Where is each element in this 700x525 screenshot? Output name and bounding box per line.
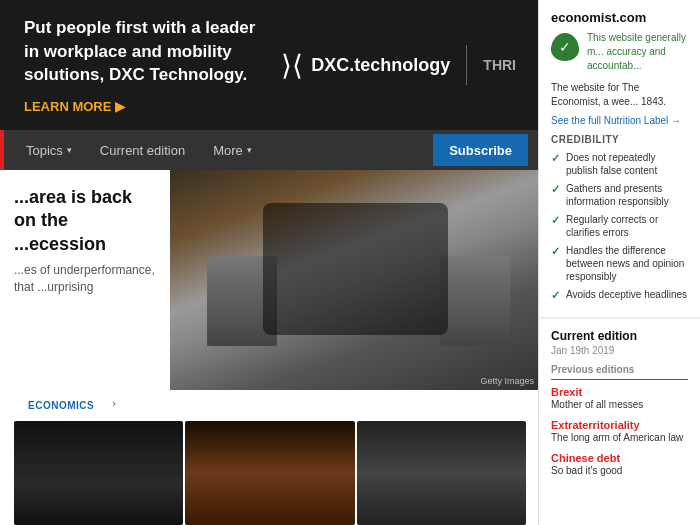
hero-subheadline: ...es of underperformance, that ...urpri…: [14, 262, 156, 296]
edition-brexit-desc: Mother of all messes: [551, 398, 688, 411]
credibility-items: ✓ Does not repeatedly publish false cont…: [551, 151, 688, 302]
edition-item-brexit[interactable]: Brexit Mother of all messes: [551, 386, 688, 411]
cred-item-2: ✓ Gathers and presents information respo…: [551, 182, 688, 208]
cred-site-name: economist.com: [551, 10, 688, 25]
credibility-popup: economist.com ✓ This website generally m…: [539, 0, 700, 318]
thumbnail-3[interactable]: [357, 421, 526, 525]
current-edition-title: Current edition: [551, 329, 688, 343]
edition-extraterritoriality-name[interactable]: Extraterritoriality: [551, 419, 688, 431]
thumbnail-row: [0, 413, 540, 525]
worker-right-body: [440, 256, 510, 346]
edition-chinese-debt-name[interactable]: Chinese debt: [551, 452, 688, 464]
ad-logo-text: DXC.technology: [311, 55, 450, 76]
cred-green-bar: ✓ This website generally m... accuracy a…: [551, 31, 688, 73]
car-frame: [263, 203, 448, 335]
cred-green-text: This website generally m... accuracy and…: [587, 31, 688, 73]
nav-current-edition-label: Current edition: [100, 143, 185, 158]
cred-item-3: ✓ Regularly corrects or clarifies errors: [551, 213, 688, 239]
thumbnail-2[interactable]: [185, 421, 354, 525]
thumb-1-img: [14, 421, 183, 525]
ad-banner: Put people first with a leader in workpl…: [0, 0, 540, 130]
hero-headline: ...area is back on the ...ecession: [14, 186, 156, 256]
cred-item-text-1: Does not repeatedly publish false conten…: [566, 151, 688, 177]
hero-text: ...area is back on the ...ecession ...es…: [0, 170, 170, 390]
edition-extraterritoriality-desc: The long arm of American law: [551, 431, 688, 444]
cred-check-3: ✓: [551, 214, 560, 227]
main-content: ...area is back on the ...ecession ...es…: [0, 170, 540, 525]
current-edition-section: Current edition Jan 19th 2019 Previous e…: [539, 318, 700, 495]
cred-item-1: ✓ Does not repeatedly publish false cont…: [551, 151, 688, 177]
previous-editions-label: Previous editions: [551, 364, 688, 380]
cred-item-4: ✓ Handles the difference between news an…: [551, 244, 688, 283]
nav-more[interactable]: More ▾: [199, 130, 266, 170]
subscribe-button[interactable]: Subscribe: [433, 134, 528, 166]
cred-item-text-3: Regularly corrects or clarifies errors: [566, 213, 688, 239]
ad-logo-area: ⟩⟨ DXC.technology THRI: [281, 45, 516, 85]
ad-content: Put people first with a leader in workpl…: [24, 16, 274, 114]
thumbnail-1[interactable]: [14, 421, 183, 525]
ad-divider: [466, 45, 467, 85]
cred-item-text-5: Avoids deceptive headlines: [566, 288, 687, 301]
hero-article: ...area is back on the ...ecession ...es…: [0, 170, 540, 390]
nutrition-label-link[interactable]: See the full Nutrition Label →: [551, 115, 688, 126]
section-arrow: ›: [112, 397, 116, 409]
nav-topics-chevron: ▾: [67, 145, 72, 155]
hero-image-scene: Getty Images: [170, 170, 540, 390]
nav-more-label: More: [213, 143, 243, 158]
cred-item-5: ✓ Avoids deceptive headlines: [551, 288, 688, 302]
cred-item-text-4: Handles the difference between news and …: [566, 244, 688, 283]
side-panel: economist.com ✓ This website generally m…: [538, 0, 700, 525]
thumb-2-img: [185, 421, 354, 525]
ad-learn-more-link[interactable]: LEARN MORE ▶: [24, 99, 274, 114]
edition-chinese-debt-desc: So bad it's good: [551, 464, 688, 477]
edition-brexit-name[interactable]: Brexit: [551, 386, 688, 398]
edition-item-chinese-debt[interactable]: Chinese debt So bad it's good: [551, 452, 688, 477]
section-label-row: ECONOMICS ›: [0, 390, 540, 413]
green-check-mark: ✓: [559, 39, 571, 55]
cred-check-2: ✓: [551, 183, 560, 196]
ad-headline: Put people first with a leader in workpl…: [24, 16, 274, 87]
cred-item-text-2: Gathers and presents information respons…: [566, 182, 688, 208]
nav-topics-label: Topics: [26, 143, 63, 158]
cred-check-4: ✓: [551, 245, 560, 258]
green-shield-icon: ✓: [551, 33, 579, 61]
nav-more-chevron: ▾: [247, 145, 252, 155]
nav-red-bar: [0, 130, 4, 170]
navbar: Topics ▾ Current edition More ▾ Subscrib…: [0, 130, 540, 170]
hero-image: Getty Images: [170, 170, 540, 390]
nav-topics[interactable]: Topics ▾: [12, 130, 86, 170]
getty-label: Getty Images: [480, 376, 534, 386]
credibility-section-title: CREDIBILITY: [551, 134, 688, 145]
thumb-3-img: [357, 421, 526, 525]
nav-current-edition[interactable]: Current edition: [86, 130, 199, 170]
cred-description: The website for The Economist, a wee... …: [551, 81, 688, 109]
cred-check-5: ✓: [551, 289, 560, 302]
ad-thrive-text: THRI: [483, 57, 516, 73]
edition-item-extraterritoriality[interactable]: Extraterritoriality The long arm of Amer…: [551, 419, 688, 444]
section-label: ECONOMICS: [14, 394, 108, 411]
current-edition-date: Jan 19th 2019: [551, 345, 688, 356]
cred-check-1: ✓: [551, 152, 560, 165]
dxc-logo-icon: ⟩⟨: [281, 49, 303, 82]
